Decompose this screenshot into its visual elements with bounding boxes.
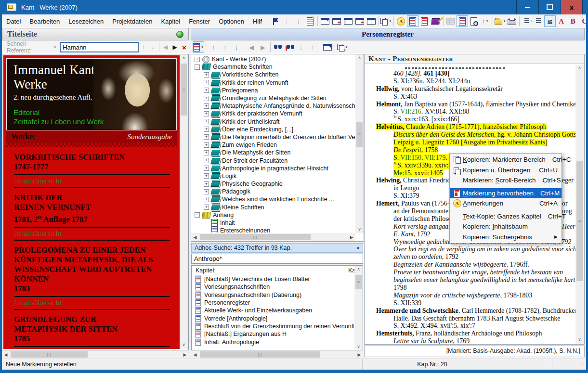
left-vertical-scrollbar[interactable]: ∧ ≡ ∨	[180, 54, 188, 349]
highlight-document-icon[interactable]	[407, 15, 418, 27]
bookmark-flag-icon[interactable]	[270, 15, 281, 27]
forward-icon[interactable]: ▶	[257, 41, 269, 53]
menu-optionen[interactable]: Optionen	[214, 18, 248, 25]
context-menu-item[interactable]: AAnmerkungenCtrl+A	[450, 198, 562, 209]
search-binoculars-icon[interactable]	[272, 41, 284, 53]
globe-icon[interactable]	[176, 31, 183, 38]
tree-horizontal-scrollbar[interactable]: ◀ ||| ▶	[191, 233, 355, 241]
tree-item[interactable]: +Kritik der praktischen Vernunft	[192, 110, 355, 117]
chapter-list-item[interactable]: Personenregister	[192, 299, 354, 307]
ref-up-icon[interactable]: ↑	[139, 44, 148, 51]
tree-item[interactable]: +Kleine Schriften	[192, 204, 355, 211]
menu-hilf[interactable]: Hilf	[248, 18, 266, 25]
context-menu-item[interactable]: Markieren: Scroll-BereichCtrl+S	[450, 175, 562, 186]
list-vertical-scrollbar[interactable]: ∧ ≡ ∨	[354, 266, 363, 350]
chapter-list-item[interactable]: Vorlesungsnachschriften (Datierung)	[192, 291, 354, 299]
tree-item[interactable]: +Logik	[192, 172, 355, 180]
book-edit-icon[interactable]	[430, 15, 442, 27]
collapse-icon[interactable]: −	[195, 212, 200, 218]
scroll-left-icon[interactable]: ◀	[191, 351, 199, 359]
tree-item[interactable]: +Grundlegung zur Metaphysik der Sitten	[192, 94, 355, 102]
context-menu-item[interactable]: Kopieren u. ÜbertragenCtrl+U	[450, 165, 562, 176]
inhaltsuebersicht-link[interactable]: Inhaltsübersicht	[14, 228, 170, 241]
close-button[interactable]: x	[561, 0, 583, 14]
resize-grip[interactable]: ⋰	[577, 362, 586, 367]
list-horizontal-scrollbar[interactable]: ◀ ||| ▶	[191, 350, 363, 359]
expand-icon[interactable]: +	[204, 205, 209, 210]
expand-icon[interactable]: +	[204, 119, 209, 124]
scroll-right-icon[interactable]: ▶	[355, 351, 363, 359]
expand-icon[interactable]: +	[204, 173, 209, 179]
context-menu-item[interactable]: Kopieren: Markierter BereichCtrl+C	[450, 154, 562, 165]
tree-item[interactable]: −Gesammelte Schriften	[192, 63, 355, 71]
expand-icon[interactable]: +	[204, 158, 209, 163]
tree-item[interactable]: +Die Metaphysik der Sitten	[192, 149, 355, 156]
scrollbar-thumb[interactable]: |||	[200, 351, 320, 358]
search-term-input[interactable]	[191, 254, 363, 264]
collapse-branch-icon[interactable]: ↑	[219, 41, 231, 53]
context-menu-item[interactable]: Kopieren: Suchergebnis▶	[450, 232, 562, 243]
tree-vertical-scrollbar[interactable]: ∧ ≡ ∨	[355, 54, 364, 233]
close-quickbar-icon[interactable]: ×	[180, 44, 189, 51]
font-size-icon[interactable]: ▼	[480, 15, 491, 27]
column-header-kapitel[interactable]: Kapitel:	[192, 267, 346, 274]
window-restore-icon[interactable]	[319, 15, 331, 27]
tree-item[interactable]: +Kant - Werke (2007)	[192, 55, 355, 63]
tree-item[interactable]: +Physische Geographie	[192, 180, 355, 188]
tree-item[interactable]: +Zum ewigen Frieden	[192, 141, 355, 149]
tree-item[interactable]: Ersterscheinungen	[192, 227, 355, 232]
tree-item[interactable]: +Die Religion innerhalb der Grenzen der …	[192, 133, 355, 141]
ref-back-icon[interactable]: ◀	[161, 44, 170, 51]
inhaltsuebersicht-link[interactable]: Inhaltsübersicht	[14, 347, 170, 349]
scrollbar-thumb[interactable]: ≡	[576, 161, 583, 281]
sort-alpha-icon[interactable]: az	[544, 15, 556, 27]
expand-icon[interactable]: +	[204, 150, 209, 155]
context-menu-item[interactable]: Markierung hervorhebenCtrl+M	[450, 188, 562, 199]
tree-item[interactable]: +Metaphysische Anfangsgründe d. Naturwis…	[192, 102, 355, 110]
tree-item[interactable]: +Anthropologie in pragmatischer Hinsicht	[192, 165, 355, 172]
tree-item[interactable]: −Anhang	[192, 211, 355, 219]
scroll-right-icon[interactable]: ▶	[348, 233, 355, 241]
window-restore-icon[interactable]	[322, 41, 333, 53]
page-reference-link[interactable]: VII:216	[400, 108, 421, 115]
table-view-icon[interactable]	[445, 15, 457, 27]
scrollbar-thumb[interactable]: ≡	[181, 64, 187, 116]
expand-icon[interactable]: +	[204, 96, 209, 101]
zeittafel-link[interactable]: Zeittafel zu Leben und Werk	[13, 117, 104, 126]
tree-item[interactable]: +Prolegomena	[192, 87, 355, 94]
inhaltsuebersicht-link[interactable]: Inhaltsübersicht	[14, 297, 170, 310]
chevron-down-icon[interactable]: ▼	[53, 45, 57, 50]
menu-datei[interactable]: Datei	[2, 18, 25, 25]
expand-icon[interactable]: +	[204, 142, 209, 148]
menu-lesezeichen[interactable]: Lesezeichen	[64, 18, 108, 25]
marked-document-icon[interactable]	[418, 15, 430, 27]
window-column-icon[interactable]	[342, 15, 354, 27]
chapter-list-item[interactable]: Aktuelle Werk- und Einzelwerkausgaben	[192, 307, 354, 314]
left-horizontal-scrollbar[interactable]: ◀ ||| ▶	[2, 350, 189, 359]
scroll-down-icon[interactable]: ∨	[180, 341, 188, 349]
search-results-icon[interactable]	[284, 41, 295, 53]
expand-branch-icon[interactable]: ↑	[208, 41, 219, 53]
outline-view-icon[interactable]: ▼	[193, 41, 204, 53]
tree-item[interactable]: +Welches sind die wirklichen Fortschritt…	[192, 195, 355, 203]
scroll-left-icon[interactable]: ◀	[2, 351, 10, 359]
expand-icon[interactable]: +	[204, 88, 209, 93]
goto-chapter-icon[interactable]: ↓	[231, 41, 242, 53]
tree-item[interactable]: +Der Streit der Facultäten	[192, 156, 355, 164]
maximize-button[interactable]	[538, 0, 561, 14]
inhaltsuebersicht-link[interactable]: Inhaltsübersicht	[14, 175, 170, 188]
expand-icon[interactable]: +	[204, 111, 209, 116]
scroll-up-icon[interactable]: ∧	[354, 266, 363, 273]
tree-item[interactable]: +Über eine Entdeckung, [...]	[192, 126, 355, 133]
letter-a-icon[interactable]: A	[556, 15, 567, 27]
tree-item[interactable]: +Pädagogik	[192, 188, 355, 195]
register-vertical-scrollbar[interactable]: ∧ ≡ ∨	[575, 64, 584, 344]
context-menu-item[interactable]: Text-Kopie: Ganzes KapitelCtrl+T	[450, 211, 562, 222]
document-view-icon[interactable]	[457, 15, 468, 27]
chapter-list-item[interactable]: [Nachlaß] Verzeichnis der Losen Blätter	[192, 275, 354, 283]
sort-lines-icon[interactable]	[533, 15, 544, 27]
scrollbar-thumb[interactable]: |||	[11, 351, 88, 358]
scroll-left-icon[interactable]: ◀	[191, 233, 199, 241]
scroll-up-icon[interactable]: ∧	[355, 54, 364, 62]
expand-icon[interactable]: +	[195, 57, 200, 62]
